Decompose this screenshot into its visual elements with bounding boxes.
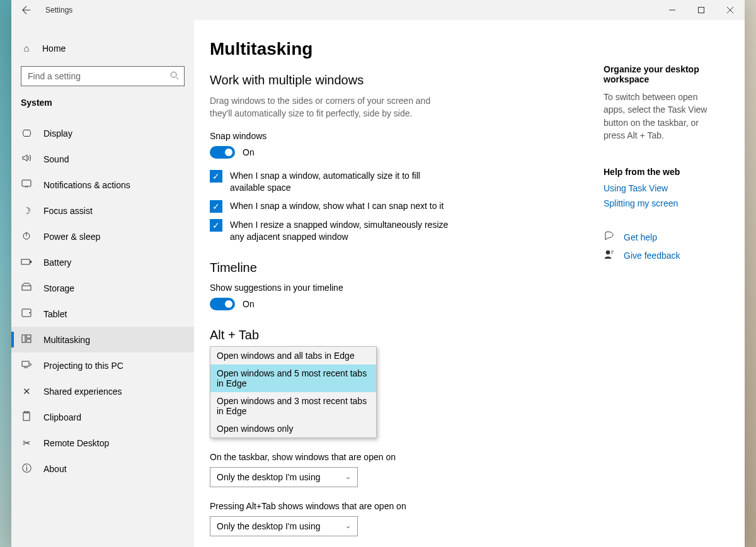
svg-rect-0 <box>699 8 704 13</box>
alttab-option-selected[interactable]: Open windows and 5 most recent tabs in E… <box>210 364 376 392</box>
taskbar-dropdown-value: Only the desktop I'm using <box>217 472 321 482</box>
battery-icon <box>21 257 32 268</box>
section-timeline-heading: Timeline <box>210 261 575 275</box>
maximize-button[interactable] <box>687 0 716 20</box>
link-give-feedback[interactable]: Give feedback <box>624 251 680 261</box>
check-resize-adjacent[interactable]: ✓ <box>210 219 222 232</box>
nav-projecting[interactable]: Projecting to this PC <box>11 352 194 378</box>
category-label: System <box>11 98 194 114</box>
check-fill-space-label: When I snap a window, automatically size… <box>230 170 455 194</box>
nav-label: Clipboard <box>43 412 81 422</box>
taskbar-dropdown-label: On the taskbar, show windows that are op… <box>210 452 575 462</box>
nav-focus-assist[interactable]: ☽ Focus assist <box>11 198 194 223</box>
remote-desktop-icon: ✂⁢ <box>21 437 32 449</box>
right-rail: Organize your desktop workspace To switc… <box>591 20 745 547</box>
alttab-dropdown-open[interactable]: Open windows and all tabs in Edge Open w… <box>210 346 377 438</box>
search-placeholder: Find a setting <box>28 71 170 81</box>
taskbar-dropdown[interactable]: Only the desktop I'm using ⌄ <box>210 467 358 487</box>
timeline-state: On <box>243 299 255 309</box>
tablet-icon <box>21 308 32 319</box>
link-get-help[interactable]: Get help <box>624 232 657 242</box>
nav-battery[interactable]: Battery <box>11 249 194 275</box>
link-splitting-screen[interactable]: Splitting my screen <box>604 198 719 208</box>
close-button[interactable] <box>716 0 745 20</box>
snap-windows-label: Snap windows <box>210 131 575 141</box>
nav-display[interactable]: 🖵 Display <box>11 120 194 146</box>
alttab-windows-dropdown-value: Only the desktop I'm using <box>217 521 321 531</box>
feedback-icon <box>604 249 615 261</box>
nav-label: Tablet <box>43 309 67 319</box>
home-nav[interactable]: ⌂ Home <box>11 38 194 59</box>
section-windows-heading: Work with multiple windows <box>210 73 575 87</box>
nav-label: Notifications & actions <box>43 180 130 190</box>
svg-point-1 <box>171 72 176 77</box>
check-fill-space[interactable]: ✓ <box>210 170 222 183</box>
nav-label: Multitasking <box>43 335 90 345</box>
rail-help-heading: Help from the web <box>604 167 719 177</box>
nav-notifications[interactable]: Notifications & actions <box>11 172 194 198</box>
nav-shared-experiences[interactable]: ✕⁢ Shared experiences <box>11 378 194 404</box>
projecting-icon <box>21 360 32 371</box>
search-input[interactable]: Find a setting <box>21 66 185 86</box>
nav-clipboard[interactable]: Clipboard <box>11 404 194 430</box>
check-show-next-label: When I snap a window, show what I can sn… <box>230 200 444 212</box>
section-windows-description: Drag windows to the sides or corners of … <box>210 95 437 120</box>
nav-label: Storage <box>43 283 74 293</box>
clipboard-icon <box>21 411 32 423</box>
page-title: Multitasking <box>210 39 575 59</box>
nav-power-sleep[interactable]: Power & sleep <box>11 223 194 249</box>
nav-label: Display <box>43 128 72 138</box>
nav-multitasking[interactable]: Multitasking <box>11 327 194 352</box>
snap-windows-state: On <box>243 147 255 157</box>
chevron-down-icon: ⌄ <box>345 522 351 530</box>
snap-windows-toggle[interactable] <box>210 146 235 159</box>
check-show-next[interactable]: ✓ <box>210 200 222 213</box>
nav-label: Projecting to this PC <box>43 361 123 371</box>
sidebar: ⌂ Home Find a setting System 🖵 Display S… <box>11 20 194 547</box>
alttab-windows-dropdown[interactable]: Only the desktop I'm using ⌄ <box>210 516 358 536</box>
focus-assist-icon: ☽ <box>21 205 32 217</box>
alttab-option[interactable]: Open windows and all tabs in Edge <box>210 347 376 364</box>
timeline-label: Show suggestions in your timeline <box>210 283 575 293</box>
nav-remote-desktop[interactable]: ✂⁢ Remote Desktop <box>11 430 194 456</box>
multitasking-icon <box>21 334 32 345</box>
nav-tablet[interactable]: Tablet <box>11 301 194 327</box>
home-label: Home <box>42 43 66 54</box>
nav-label: Battery <box>43 257 71 268</box>
nav-storage[interactable]: Storage <box>11 275 194 301</box>
display-icon: 🖵 <box>21 128 32 138</box>
nav-label: Sound <box>43 154 69 164</box>
nav-sound[interactable]: Sound <box>11 146 194 172</box>
chevron-down-icon: ⌄ <box>345 473 351 481</box>
minimize-button[interactable] <box>658 0 687 20</box>
arrow-left-icon <box>22 6 31 14</box>
svg-point-8 <box>29 312 30 313</box>
svg-rect-4 <box>21 259 30 264</box>
notifications-icon <box>21 179 32 191</box>
nav-label: Focus assist <box>43 206 93 216</box>
rail-organize-heading: Organize your desktop workspace <box>604 64 719 84</box>
nav-label: Shared experiences <box>43 386 122 397</box>
svg-rect-12 <box>22 361 29 366</box>
svg-rect-5 <box>30 261 32 263</box>
power-icon <box>21 230 32 242</box>
back-button[interactable] <box>11 0 42 20</box>
titlebar: Settings <box>11 0 745 20</box>
link-task-view[interactable]: Using Task View <box>604 183 719 193</box>
storage-icon <box>21 283 32 293</box>
home-icon: ⌂ <box>21 43 32 54</box>
sound-icon <box>21 153 32 165</box>
svg-rect-13 <box>23 412 30 420</box>
svg-rect-11 <box>26 339 31 342</box>
settings-window: Settings ⌂ Home Find a setting System <box>11 0 745 547</box>
search-icon <box>170 71 179 82</box>
svg-rect-10 <box>26 335 31 338</box>
svg-point-15 <box>606 251 610 254</box>
alttab-option[interactable]: Open windows only <box>210 420 376 437</box>
timeline-toggle[interactable] <box>210 298 235 310</box>
main-content: Multitasking Work with multiple windows … <box>194 20 591 547</box>
rail-organize-text: To switch between open apps, select the … <box>604 91 719 142</box>
alttab-option[interactable]: Open windows and 3 most recent tabs in E… <box>210 392 376 420</box>
nav-label: Remote Desktop <box>43 438 109 448</box>
nav-about[interactable]: ⓘ About <box>11 456 194 482</box>
